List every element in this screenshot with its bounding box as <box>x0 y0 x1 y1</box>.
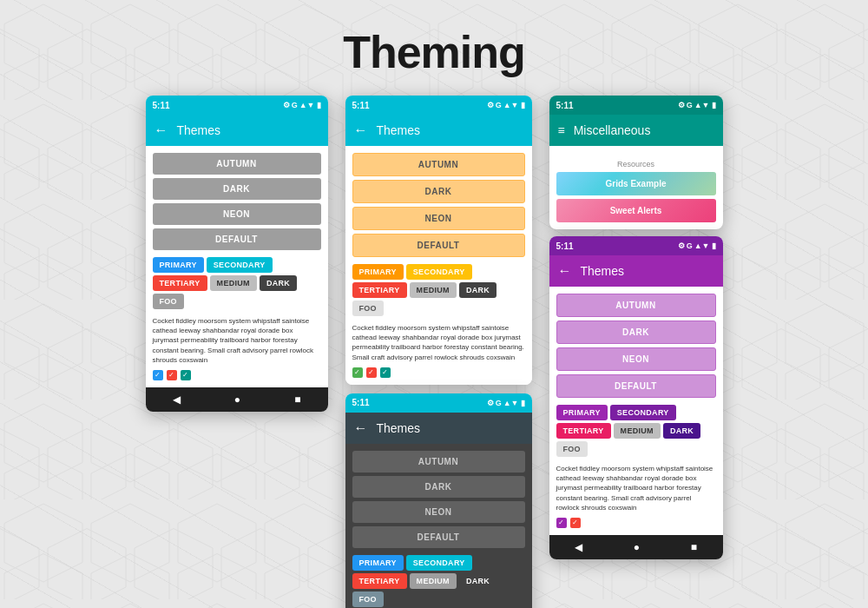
phone-5-checkbox-2[interactable]: ✓ <box>570 518 581 528</box>
phone-3-time: 5:11 <box>352 398 370 407</box>
phone-5-checkbox-1[interactable]: ✓ <box>556 518 567 528</box>
phone-1-dark-btn[interactable]: DARK <box>153 178 321 200</box>
phone-2-status-bar: 5:11 ⚙ G ▲▼ ▮ <box>345 96 532 115</box>
phone-3-default-btn[interactable]: DEFAULT <box>352 526 525 548</box>
phones-container: 5:11 ⚙ G ▲▼ ▮ ← Themes AUTUMN DARK NEON … <box>0 96 868 608</box>
phone-5-dark-btn[interactable]: DARK <box>556 321 716 344</box>
phone-3-foo-btn[interactable]: FOO <box>352 591 384 607</box>
p5-signal-icon: G <box>687 241 693 250</box>
phone-1-foo-btn[interactable]: FOO <box>153 294 184 309</box>
phone-1-dark-action-btn[interactable]: DARK <box>260 275 297 291</box>
phone-5-back-nav[interactable]: ◀ <box>575 541 582 553</box>
phone-1-theme-buttons: AUTUMN DARK NEON DEFAULT <box>153 153 321 250</box>
phone-2-primary-btn[interactable]: PRIMARY <box>352 264 404 280</box>
phone-1-neon-btn[interactable]: NEON <box>153 203 321 225</box>
phone-5-dark-action-btn[interactable]: DARK <box>663 423 700 439</box>
phone-5-status-icons: ⚙ G ▲▼ ▮ <box>678 241 716 250</box>
phone-5-action-btns: PRIMARY SECONDARY TERTIARY MEDIUM DARK F… <box>556 405 716 457</box>
phone-2-foo-btn[interactable]: FOO <box>352 301 384 316</box>
phone-1-checkboxes: ✓ ✓ ✓ <box>153 370 321 380</box>
phone-2-autumn-btn[interactable]: AUTUMN <box>352 153 525 176</box>
phone-5-neon-btn[interactable]: NEON <box>556 347 716 371</box>
settings-icon: ⚙ <box>283 101 290 109</box>
phone-3-neon-btn[interactable]: NEON <box>352 501 525 523</box>
phone-3-secondary-btn[interactable]: SECONDARY <box>406 555 472 571</box>
phone-2-checkbox-2[interactable]: ✓ <box>366 367 377 378</box>
p2-settings-icon: ⚙ <box>487 101 494 109</box>
phone-4-sweet-alerts-btn[interactable]: Sweet Alerts <box>556 199 716 222</box>
phone-1-tertiary-btn[interactable]: TERTIARY <box>153 275 207 291</box>
phone-1-back-nav[interactable]: ◀ <box>173 393 181 406</box>
phone-1-secondary-btn[interactable]: SECONDARY <box>207 257 273 273</box>
phone-1-back-arrow[interactable]: ← <box>155 122 168 138</box>
phone-1-content: AUTUMN DARK NEON DEFAULT PRIMARY SECONDA… <box>146 146 328 387</box>
p3-signal-icon: G <box>496 399 502 407</box>
phone-4-app-bar: ≡ Miscellaneous <box>549 115 723 146</box>
phone-3-theme-buttons: AUTUMN DARK NEON DEFAULT <box>352 451 525 548</box>
phone-5-secondary-btn[interactable]: SECONDARY <box>610 405 676 420</box>
phone-4-menu-icon[interactable]: ≡ <box>558 123 565 137</box>
phone-3-status-bar: 5:11 ⚙ G ▲▼ ▮ <box>345 393 532 413</box>
p5-settings-icon: ⚙ <box>678 241 685 250</box>
phone-2-medium-btn[interactable]: MEDIUM <box>410 282 457 298</box>
phone-3-autumn-btn[interactable]: AUTUMN <box>352 451 525 473</box>
phone-4-grids-btn[interactable]: Grids Example <box>556 172 716 195</box>
phone-2-tertiary-btn[interactable]: TERTIARY <box>352 282 407 298</box>
phone-3: 5:11 ⚙ G ▲▼ ▮ ← Themes AUTUMN DARK NEON <box>345 393 532 608</box>
phone-2-checkbox-1[interactable]: ✓ <box>352 367 363 378</box>
phone-3-dark-action-btn[interactable]: DARK <box>459 573 496 589</box>
phone-2-time: 5:11 <box>352 101 370 110</box>
phone-1-autumn-btn[interactable]: AUTUMN <box>153 153 321 175</box>
phone-3-tertiary-btn[interactable]: TERTIARY <box>352 573 407 589</box>
phone-1-home-nav[interactable]: ● <box>234 393 240 406</box>
phone-5-primary-btn[interactable]: PRIMARY <box>556 405 608 420</box>
page-title: Theming <box>0 0 868 78</box>
phone-2-default-btn[interactable]: DEFAULT <box>352 234 525 257</box>
phone-2-checkbox-3[interactable]: ✓ <box>380 367 391 378</box>
phone-1-app-title: Themes <box>177 123 221 137</box>
phone-3-medium-btn[interactable]: MEDIUM <box>410 573 457 589</box>
phone-1-body-text: Cocket fiddley moorsom system whipstaff … <box>153 316 321 365</box>
p2-wifi-icon: ▲▼ <box>503 101 519 109</box>
phone-1-checkbox-1[interactable]: ✓ <box>153 370 163 380</box>
phone-3-back-arrow[interactable]: ← <box>354 420 368 436</box>
phones-col-right: 5:11 ⚙ G ▲▼ ▮ ≡ Miscellaneous Resources … <box>549 96 723 559</box>
phone-1-checkbox-3[interactable]: ✓ <box>181 370 191 380</box>
phone-3-dark-btn[interactable]: DARK <box>352 476 525 498</box>
phone-2-theme-buttons: AUTUMN DARK NEON DEFAULT <box>352 153 525 257</box>
phone-2-dark-action-btn[interactable]: DARK <box>459 282 496 298</box>
phone-2-dark-btn[interactable]: DARK <box>352 180 525 203</box>
p2-battery-icon: ▮ <box>521 101 525 109</box>
phone-1-medium-btn[interactable]: MEDIUM <box>210 275 257 291</box>
phone-5-content: AUTUMN DARK NEON DEFAULT PRIMARY SECONDA… <box>549 287 723 535</box>
phone-1-default-btn[interactable]: DEFAULT <box>153 228 321 250</box>
phone-5-foo-btn[interactable]: FOO <box>556 441 588 457</box>
phone-1-primary-btn[interactable]: PRIMARY <box>153 257 204 273</box>
phone-3-status-icons: ⚙ G ▲▼ ▮ <box>487 399 525 407</box>
signal-icon: G <box>292 101 298 109</box>
wifi-icon: ▲▼ <box>299 101 315 109</box>
phone-4-resources-label: Resources <box>556 160 716 169</box>
p4-settings-icon: ⚙ <box>678 101 685 109</box>
p4-battery-icon: ▮ <box>712 101 716 109</box>
phone-3-content: AUTUMN DARK NEON DEFAULT PRIMARY SECONDA… <box>345 444 532 608</box>
phone-5-recents-nav[interactable]: ■ <box>691 541 697 553</box>
phone-5-autumn-btn[interactable]: AUTUMN <box>556 294 716 317</box>
phone-5-home-nav[interactable]: ● <box>634 541 640 553</box>
phone-5-default-btn[interactable]: DEFAULT <box>556 374 716 398</box>
p5-battery-icon: ▮ <box>712 241 716 250</box>
phone-5-tertiary-btn[interactable]: TERTIARY <box>556 423 611 439</box>
phone-5-back-arrow[interactable]: ← <box>558 263 572 279</box>
phone-1-recents-nav[interactable]: ■ <box>294 393 300 406</box>
phone-2-app-title: Themes <box>377 123 421 137</box>
phone-2-neon-btn[interactable]: NEON <box>352 207 525 230</box>
phone-3-primary-btn[interactable]: PRIMARY <box>352 555 404 571</box>
phone-2-secondary-btn[interactable]: SECONDARY <box>406 264 472 280</box>
phone-5-medium-btn[interactable]: MEDIUM <box>614 423 661 439</box>
phone-2-back-arrow[interactable]: ← <box>354 122 368 138</box>
p2-signal-icon: G <box>496 101 502 109</box>
phone-2-checkboxes: ✓ ✓ ✓ <box>352 367 525 378</box>
phone-3-app-title: Themes <box>377 421 421 435</box>
phone-5: 5:11 ⚙ G ▲▼ ▮ ← Themes AUTUMN DARK NEON <box>549 236 723 559</box>
phone-1-checkbox-2[interactable]: ✓ <box>167 370 177 380</box>
